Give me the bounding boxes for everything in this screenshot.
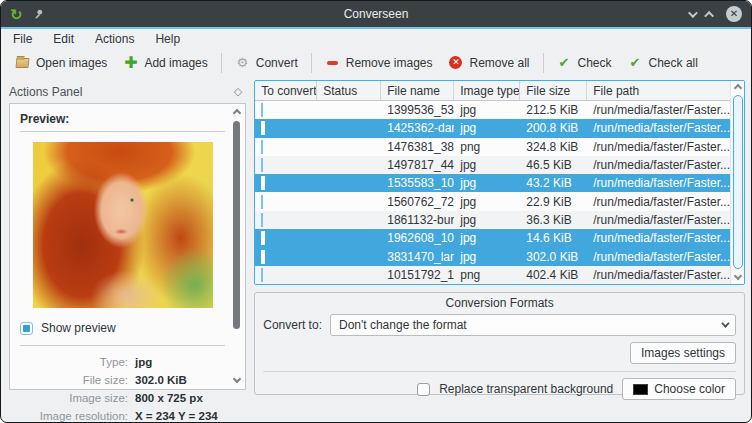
scroll-track[interactable] <box>232 119 241 373</box>
add-images-label: Add images <box>144 56 207 70</box>
col-header-file-size[interactable]: File size <box>520 81 587 100</box>
table-row[interactable]: 10151792_14... png 402.4 KiB /run/media/… <box>255 266 730 284</box>
minimize-icon[interactable] <box>688 8 698 18</box>
open-images-button[interactable]: Open images <box>7 52 115 74</box>
show-preview-row[interactable]: Show preview <box>20 321 225 335</box>
actions-panel-header: Actions Panel ◇ <box>9 80 246 103</box>
cell-file-path: /run/media/faster/Faster... <box>587 195 730 209</box>
scroll-thumb[interactable] <box>233 121 240 329</box>
cell-file-path: /run/media/faster/Faster... <box>587 140 730 154</box>
scroll-down-icon[interactable] <box>233 375 241 383</box>
convert-button[interactable]: ⚙ Convert <box>227 52 306 74</box>
check-all-button[interactable]: ✔ Check all <box>620 52 706 74</box>
convert-gear-icon: ⚙ <box>235 56 250 70</box>
check-button[interactable]: ✔ Check <box>549 52 620 74</box>
converseen-window: ↻ Converseen ✕ File Edit Actions Help Op… <box>0 0 752 423</box>
cell-file-size: 14.6 KiB <box>520 231 587 245</box>
cell-image-type: jpg <box>454 250 520 264</box>
col-header-status[interactable]: Status <box>317 81 381 100</box>
table-scrollbar[interactable] <box>730 81 744 284</box>
to-convert-checkbox[interactable] <box>261 250 265 264</box>
close-icon[interactable]: ✕ <box>726 6 742 22</box>
toolbar-separator <box>311 53 312 73</box>
table-row[interactable]: 1399536_532... jpg 212.5 KiB /run/media/… <box>255 101 730 119</box>
cell-file-path: /run/media/faster/Faster... <box>587 231 730 245</box>
table-row[interactable]: 1861132-bun... jpg 36.3 KiB /run/media/f… <box>255 211 730 229</box>
cell-image-type: jpg <box>454 231 520 245</box>
cell-file-name: 1476381_389... <box>381 140 454 154</box>
conversion-formats-title: Conversion Formats <box>263 296 736 310</box>
cell-file-path: /run/media/faster/Faster... <box>587 158 730 172</box>
replace-background-checkbox[interactable] <box>417 383 430 396</box>
table-row[interactable]: 1476381_389... png 324.8 KiB /run/media/… <box>255 138 730 156</box>
add-images-button[interactable]: ✚ Add images <box>115 52 215 74</box>
titlebar[interactable]: ↻ Converseen ✕ <box>1 1 751 27</box>
replace-background-label: Replace transparent background <box>439 382 613 396</box>
cell-file-path: /run/media/faster/Faster... <box>587 176 730 190</box>
menu-file[interactable]: File <box>13 32 32 46</box>
convert-to-label: Convert to: <box>263 318 322 332</box>
table-row[interactable]: 1497817_443... jpg 46.5 KiB /run/media/f… <box>255 156 730 174</box>
scroll-up-icon[interactable] <box>233 109 241 117</box>
to-convert-checkbox[interactable] <box>261 158 263 172</box>
table-row[interactable]: 3831470_larg... jpg 302.0 KiB /run/media… <box>255 247 730 265</box>
to-convert-checkbox[interactable] <box>261 231 265 245</box>
cell-file-name: 1399536_532... <box>381 103 454 117</box>
to-convert-checkbox[interactable] <box>261 103 263 117</box>
table-row[interactable]: 1535583_102... jpg 43.2 KiB /run/media/f… <box>255 174 730 192</box>
check-all-label: Check all <box>649 56 698 70</box>
table-scroll-thumb[interactable] <box>733 95 743 269</box>
table-scroll-up-icon[interactable] <box>733 84 741 92</box>
cell-image-type: jpg <box>454 213 520 227</box>
window-title: Converseen <box>1 7 751 21</box>
info-imagesize-value: 800 x 725 px <box>135 392 203 404</box>
info-resolution-label: Image resolution: <box>20 410 128 422</box>
to-convert-checkbox[interactable] <box>261 195 263 209</box>
preview-image <box>33 142 213 308</box>
table-row[interactable]: 1962608_102... jpg 14.6 KiB /run/media/f… <box>255 229 730 247</box>
remove-all-icon: ✕ <box>448 56 463 70</box>
table-scroll-track[interactable] <box>732 94 744 270</box>
images-settings-button[interactable]: Images settings <box>630 342 736 364</box>
col-header-file-path[interactable]: File path <box>587 81 730 100</box>
float-panel-icon[interactable]: ◇ <box>234 85 242 98</box>
col-header-image-type[interactable]: Image type <box>454 81 520 100</box>
menu-edit[interactable]: Edit <box>53 32 74 46</box>
info-filesize-value: 302.0 KiB <box>135 374 187 386</box>
table-row[interactable]: 1425362-dart... jpg 200.8 KiB /run/media… <box>255 119 730 137</box>
format-combobox[interactable]: Don't change the format <box>330 314 736 336</box>
cell-file-name: 1962608_102... <box>381 231 454 245</box>
cell-file-name: 1497817_443... <box>381 158 454 172</box>
to-convert-checkbox[interactable] <box>261 268 263 282</box>
to-convert-checkbox[interactable] <box>261 213 263 227</box>
app-icon: ↻ <box>10 7 23 22</box>
cell-file-name: 10151792_14... <box>381 268 454 282</box>
to-convert-checkbox[interactable] <box>261 140 263 154</box>
maximize-icon[interactable] <box>704 10 714 20</box>
cell-file-name: 3831470_larg... <box>381 250 454 264</box>
to-convert-checkbox[interactable] <box>261 121 265 135</box>
cell-file-size: 324.8 KiB <box>520 140 587 154</box>
toolbar-separator <box>221 53 222 73</box>
format-combobox-value: Don't change the format <box>339 318 467 332</box>
cell-image-type: jpg <box>454 121 520 135</box>
cell-file-size: 46.5 KiB <box>520 158 587 172</box>
menu-help[interactable]: Help <box>155 32 180 46</box>
table-scroll-down-icon[interactable] <box>733 272 741 280</box>
col-header-to-convert[interactable]: To convert <box>255 81 317 100</box>
menu-actions[interactable]: Actions <box>95 32 134 46</box>
show-preview-checkbox[interactable] <box>20 322 33 335</box>
info-type-label: Type: <box>20 356 128 368</box>
cell-file-size: 43.2 KiB <box>520 176 587 190</box>
to-convert-checkbox[interactable] <box>261 176 265 190</box>
col-header-file-name[interactable]: File name <box>381 81 454 100</box>
info-filesize-label: File size: <box>20 374 128 386</box>
panel-scrollbar[interactable] <box>231 106 242 387</box>
info-resolution-value: X = 234 Y = 234 <box>135 410 218 422</box>
remove-all-button[interactable]: ✕ Remove all <box>440 52 537 74</box>
remove-images-button[interactable]: Remove images <box>317 52 441 74</box>
table-row[interactable]: 1560762_722... jpg 22.9 KiB /run/media/f… <box>255 192 730 210</box>
cell-file-name: 1535583_102... <box>381 176 454 190</box>
actions-panel-title: Actions Panel <box>9 85 82 99</box>
choose-color-button[interactable]: Choose color <box>622 378 736 400</box>
